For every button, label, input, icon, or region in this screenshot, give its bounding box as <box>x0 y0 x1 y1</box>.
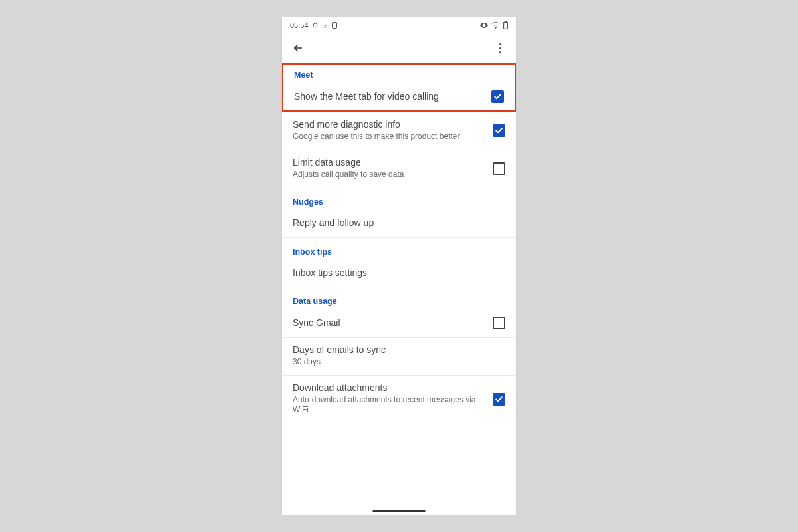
setting-title: Limit data usage <box>293 157 486 169</box>
setting-title: Sync Gmail <box>293 317 486 329</box>
phone-frame: 05:54 <box>282 17 516 515</box>
checkbox-show-meet-tab[interactable] <box>491 90 504 103</box>
download-icon <box>322 22 329 29</box>
sim-icon <box>332 22 337 29</box>
svg-rect-0 <box>332 23 336 29</box>
back-button[interactable] <box>290 40 306 56</box>
nav-handle-icon <box>372 510 426 512</box>
section-header-data-usage: Data usage <box>282 287 516 310</box>
settings-list: Meet Show the Meet tab for video calling… <box>282 63 516 515</box>
status-time: 05:54 <box>290 21 309 29</box>
setting-title: Download attachments <box>293 382 486 394</box>
section-header-meet: Meet <box>283 65 515 84</box>
setting-diagnostic-info[interactable]: Send more diagnostic info Google can use… <box>282 112 516 150</box>
setting-subtitle: 30 days <box>293 357 505 368</box>
checkbox-limit-data[interactable] <box>493 162 505 175</box>
setting-reply-followup[interactable]: Reply and follow up <box>282 211 516 238</box>
section-header-nudges: Nudges <box>282 188 516 211</box>
setting-sync-gmail[interactable]: Sync Gmail <box>282 310 516 338</box>
setting-days-to-sync[interactable]: Days of emails to sync 30 days <box>282 338 516 376</box>
setting-subtitle: Google can use this to make this product… <box>293 132 486 142</box>
setting-title: Days of emails to sync <box>293 344 505 356</box>
eye-icon <box>480 22 488 29</box>
svg-rect-2 <box>505 21 506 22</box>
setting-title: Reply and follow up <box>293 217 505 229</box>
setting-limit-data[interactable]: Limit data usage Adjusts call quality to… <box>282 150 516 188</box>
checkbox-download-attachments[interactable] <box>493 393 505 406</box>
section-header-inbox-tips: Inbox tips <box>282 238 516 261</box>
setting-title: Send more diagnostic info <box>293 119 486 131</box>
setting-inbox-tips[interactable]: Inbox tips settings <box>282 261 516 288</box>
highlighted-section: Meet Show the Meet tab for video calling <box>282 63 516 112</box>
wifi-icon <box>491 22 500 29</box>
svg-rect-1 <box>504 22 508 29</box>
app-bar <box>282 33 516 63</box>
battery-icon <box>503 21 508 29</box>
alarm-icon <box>312 22 319 29</box>
setting-title: Inbox tips settings <box>293 267 505 279</box>
setting-subtitle: Adjusts call quality to save data <box>293 170 486 180</box>
setting-subtitle: Auto-download attachments to recent mess… <box>293 395 486 416</box>
overflow-menu-button[interactable] <box>492 40 508 56</box>
checkbox-diagnostic[interactable] <box>493 124 505 137</box>
checkbox-sync-gmail[interactable] <box>493 317 505 329</box>
setting-title: Show the Meet tab for video calling <box>294 91 485 103</box>
status-bar: 05:54 <box>282 17 516 33</box>
setting-download-attachments[interactable]: Download attachments Auto-download attac… <box>282 376 516 424</box>
setting-show-meet-tab[interactable]: Show the Meet tab for video calling <box>283 84 515 110</box>
